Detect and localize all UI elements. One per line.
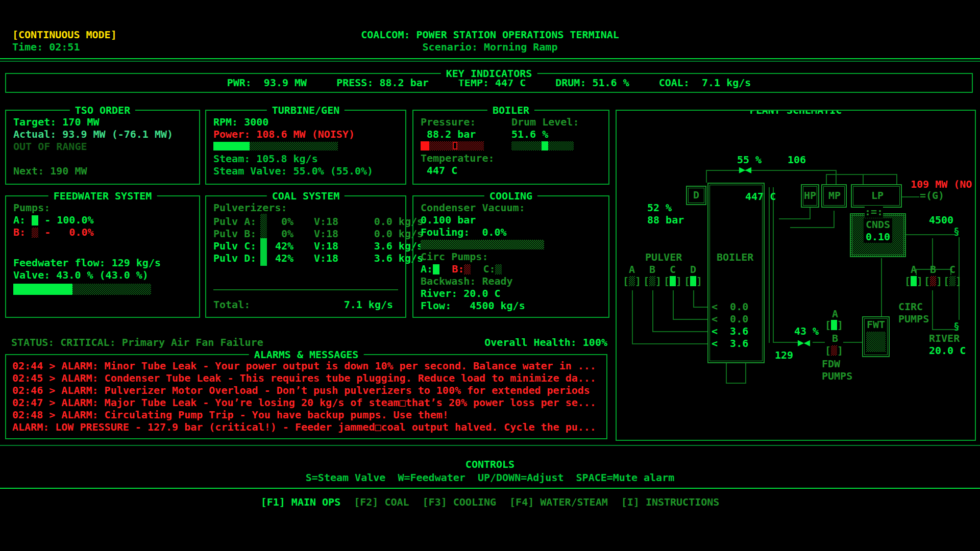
- boiler-pressure-bar-fill: [421, 141, 429, 151]
- circ-b-indicator: [924, 275, 942, 287]
- pulver-unit-d: D: [690, 263, 696, 276]
- boiler-pressure-bar: [421, 141, 484, 151]
- coal-panel: COAL SYSTEM Pulverizers: Pulv A:0%V:180.…: [205, 195, 406, 318]
- clock: Time: 02:51: [12, 41, 80, 53]
- pipe: [906, 234, 955, 235]
- lp-turbine-box: LP: [851, 184, 902, 208]
- pulver-c-indicator: [664, 275, 682, 287]
- alarms-panel: ALARMS & MESSAGES 02:44 > ALARM: Minor T…: [5, 354, 607, 439]
- fdw-a-indicator: [825, 319, 843, 331]
- turbine-valve: Steam Valve: 55.0% (55.0%): [213, 165, 398, 177]
- condenser-box: CNDS 0.10: [850, 213, 906, 257]
- lp-label: LP: [871, 189, 884, 202]
- fdw-b-block: [831, 345, 837, 356]
- indicator-drum: DRUM: 51.6 %: [555, 77, 629, 89]
- tso-order-title: TSO ORDER: [70, 104, 135, 116]
- river-temp-label: 20.0 C: [929, 344, 966, 357]
- cooling-river: River: 20.0 C: [421, 287, 601, 299]
- feedwater-pipe: [843, 342, 862, 343]
- tab-bar: [F1] MAIN OPS [F2] COAL [F3] COOLING [F4…: [261, 496, 720, 508]
- river-wave-icon: [953, 225, 960, 237]
- pulver-c-block: [670, 276, 676, 286]
- pulv-d-pct: 42%: [267, 252, 293, 264]
- pulver-label: PULVER: [645, 251, 682, 263]
- circ-c-name: C:: [483, 263, 495, 275]
- tab-coal[interactable]: [F2] COAL: [354, 496, 409, 508]
- pump-b-value: - 0.0%: [38, 226, 93, 238]
- pipe: [932, 329, 957, 330]
- boiler-pressure-value: 88.2 bar: [421, 128, 511, 140]
- drum-letter: D: [693, 189, 699, 201]
- terminal-screen: [CONTINUOUS MODE] Time: 02:51 COALCOM: P…: [0, 0, 980, 551]
- tab-water-steam[interactable]: [F4] WATER/STEAM: [509, 496, 608, 508]
- turbine-steam: Steam: 105.8 kg/s: [213, 153, 398, 165]
- cooling-fouling: Fouling: 0.0%: [421, 226, 601, 238]
- coal-row-c: Pulv C:42%V:183.6 kg/s: [213, 238, 398, 251]
- feedwater-flow: Feedwater flow: 129 kg/s: [13, 257, 192, 269]
- extraction-pipe: [810, 207, 811, 219]
- hp-label: HP: [804, 189, 816, 202]
- circ-a-block: [911, 276, 917, 286]
- turbine-title: TURBINE/GEN: [267, 104, 345, 116]
- alarm-message: 02:44 > ALARM: Minor Tube Leak - Your po…: [12, 360, 600, 372]
- circ-b-indicator: [464, 264, 471, 274]
- coal-pipe: [652, 331, 708, 332]
- coal-feed-d: < 3.6: [712, 337, 748, 349]
- cooling-vacuum-value: 0.100 bar: [421, 214, 601, 226]
- cooling-vacuum-label: Condenser Vacuum:: [421, 202, 601, 214]
- boiler-temp-value: 447 C: [421, 164, 601, 177]
- tab-main-ops[interactable]: [F1] MAIN OPS: [261, 496, 341, 508]
- tabbar-divider: [0, 488, 980, 489]
- generator-shaft: [902, 196, 919, 197]
- coal-pipe: [673, 319, 708, 320]
- generator-output-label: 109 MW (NO: [911, 178, 972, 190]
- boiler-title: BOILER: [487, 104, 534, 116]
- pulver-a-block: [629, 276, 635, 286]
- coal-feed-c: < 3.6: [712, 325, 748, 337]
- coal-feed-b: < 0.0: [712, 313, 748, 325]
- pump-b-name: B:: [13, 226, 26, 238]
- pipe: [932, 290, 933, 329]
- hp-turbine-box: HP: [801, 184, 819, 208]
- extraction-pipe: [790, 227, 835, 228]
- coal-row-d: Pulv D:42%V:183.6 kg/s: [213, 251, 398, 263]
- pulver-b-indicator: [643, 275, 662, 287]
- river-wave-icon-2: [953, 320, 960, 332]
- tso-next: Next: 190 MW: [13, 165, 192, 177]
- extraction-pipe: [779, 218, 811, 219]
- cooling-flow: Flow: 4500 kg/s: [421, 299, 601, 312]
- key-indicators-title: KEY INDICATORS: [441, 67, 537, 80]
- controls-keys: S=Steam Valve W=Feedwater UP/DOWN=Adjust…: [306, 471, 674, 484]
- boiler-drum-bar: [511, 141, 574, 151]
- tso-order-panel: TSO ORDER Target: 170 MW Actual: 93.9 MW…: [5, 110, 200, 185]
- indicator-pwr: PWR: 93.9 MW: [227, 77, 307, 89]
- pulver-a-indicator: [623, 275, 641, 287]
- coal-header: Pulverizers:: [213, 202, 398, 214]
- fw-valve-pct-label: 43 %: [794, 325, 819, 337]
- pulver-unit-b: B: [649, 263, 655, 276]
- coal-divider: [213, 289, 398, 290]
- mode-badge: [CONTINUOUS MODE]: [12, 29, 117, 41]
- circ-unit-b: B: [930, 263, 936, 276]
- boiler-drum-value: 51.6 %: [511, 128, 579, 140]
- coal-pipe: [632, 343, 708, 344]
- feedwater-valve-bar-fill: [13, 284, 72, 295]
- circ-c-indicator: [943, 275, 962, 287]
- tab-instructions[interactable]: [I] INSTRUCTIONS: [621, 496, 720, 508]
- feedwater-panel: FEEDWATER SYSTEM Pumps: A: - 100.0% B: -…: [5, 195, 200, 318]
- generator-icon: =(G): [920, 189, 944, 202]
- cooling-title: COOLING: [484, 190, 537, 202]
- alarm-message: 02:45 > ALARM: Condenser Tube Leak - Thi…: [12, 372, 600, 384]
- boiler-drum-label: Drum Level:: [511, 116, 579, 128]
- boiler-temp-label: Temperature:: [421, 152, 601, 164]
- coal-pipe: [673, 290, 674, 319]
- boiler-drum-level-marker: [542, 141, 548, 151]
- boiler-funnel: [745, 363, 746, 384]
- coal-title: COAL SYSTEM: [267, 190, 345, 202]
- circ-c-block: [949, 276, 955, 286]
- fwt-fill: [866, 332, 886, 352]
- pulv-d-bar: [260, 251, 267, 266]
- tab-cooling[interactable]: [F3] COOLING: [423, 496, 497, 508]
- spacer: [13, 153, 192, 165]
- cooling-circ-pumps: A: B: C:: [421, 263, 601, 275]
